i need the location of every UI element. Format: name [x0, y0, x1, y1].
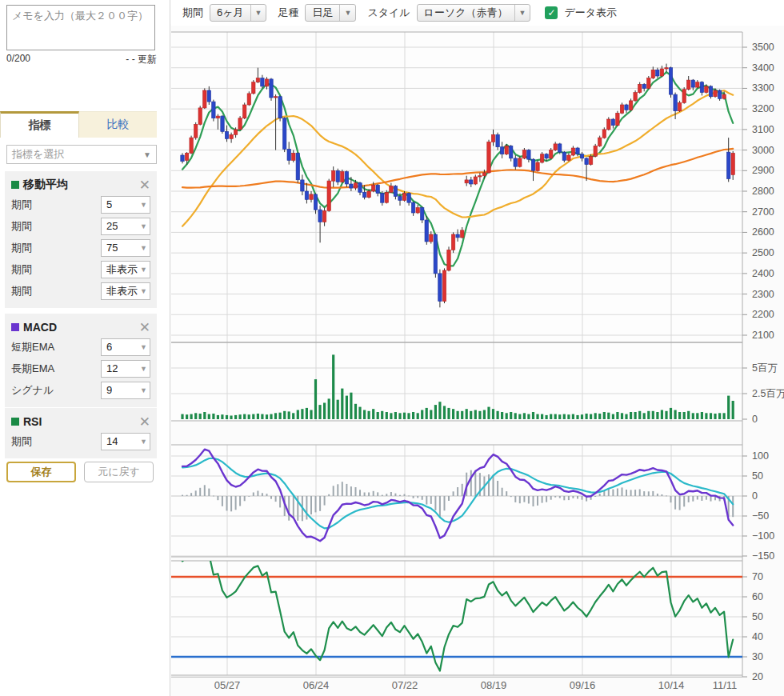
svg-text:20: 20	[752, 671, 763, 682]
tab-compare[interactable]: 比較	[79, 111, 157, 138]
chevron-down-icon: ▼	[140, 266, 147, 274]
rsi-row: 期間 14 ▼	[11, 430, 150, 452]
period-dropdown[interactable]: 6ヶ月 ▼	[210, 4, 266, 22]
macd-signal-select[interactable]: 9 ▼	[101, 382, 150, 399]
svg-text:2100: 2100	[752, 330, 774, 341]
svg-text:40: 40	[752, 631, 763, 642]
chevron-down-icon: ▼	[250, 5, 266, 21]
svg-text:2.5百万: 2.5百万	[752, 388, 784, 399]
row-label: シグナル	[11, 383, 54, 398]
app-root: 0/200 - - 更新 指標 比較 指標を選択 ▼ 移動平均 ✕ 期間 5 ▼	[0, 0, 784, 696]
ma-period-row: 期間 5 ▼	[11, 194, 150, 215]
select-value: 14	[106, 435, 118, 447]
chevron-down-icon: ▼	[140, 287, 147, 295]
ma-period-1-select[interactable]: 5 ▼	[101, 196, 150, 214]
reset-button[interactable]: 元に戻す	[84, 462, 154, 482]
svg-text:3400: 3400	[752, 62, 774, 74]
sidebar-buttons: 保存 元に戻す	[6, 462, 157, 482]
ma-period-row: 期間 非表示 ▼	[11, 280, 150, 302]
macd-color-swatch	[11, 323, 19, 331]
style-label: スタイル	[367, 6, 410, 20]
candle-type-label: 足種	[278, 6, 298, 20]
svg-text:07/22: 07/22	[392, 679, 418, 691]
svg-text:2800: 2800	[752, 186, 774, 197]
macd-fast-select[interactable]: 6 ▼	[101, 338, 150, 356]
macd-row: 長期EMA 12 ▼	[11, 358, 150, 379]
close-icon[interactable]: ✕	[139, 178, 150, 192]
memo-char-counter: 0/200	[6, 53, 30, 64]
rsi-color-swatch	[11, 418, 19, 426]
sidebar: 0/200 - - 更新 指標 比較 指標を選択 ▼ 移動平均 ✕ 期間 5 ▼	[0, 0, 170, 696]
macd-row: 短期EMA 6 ▼	[11, 336, 150, 358]
svg-text:0: 0	[752, 414, 758, 425]
stock-chart-svg: 3500340033003200310030002900280027002600…	[170, 0, 784, 696]
select-value: 非表示	[106, 262, 138, 277]
style-dropdown[interactable]: ローソク（赤青） ▼	[417, 4, 531, 22]
close-icon[interactable]: ✕	[139, 321, 150, 334]
ma-period-4-select[interactable]: 非表示 ▼	[101, 261, 150, 278]
indicator-select-dropdown[interactable]: 指標を選択 ▼	[6, 145, 157, 164]
data-display-checkbox[interactable]: ✓	[545, 6, 558, 19]
select-value: 6	[106, 341, 112, 353]
row-label: 期間	[11, 434, 32, 449]
chevron-down-icon: ▼	[140, 201, 147, 209]
memo-input[interactable]	[6, 5, 155, 50]
svg-text:50: 50	[752, 611, 763, 622]
svg-text:5百万: 5百万	[752, 362, 778, 374]
chevron-down-icon: ▼	[140, 386, 147, 394]
select-value: 12	[106, 362, 118, 374]
data-display-label: データ表示	[564, 6, 617, 20]
svg-text:10/14: 10/14	[658, 679, 685, 691]
macd-slow-select[interactable]: 12 ▼	[101, 360, 150, 378]
row-label: 長期EMA	[11, 362, 54, 376]
row-label: 期間	[11, 198, 32, 212]
chevron-down-icon: ▼	[140, 365, 147, 373]
svg-text:−50: −50	[752, 510, 769, 522]
row-label: 期間	[11, 284, 32, 298]
candle-type-dropdown[interactable]: 日足 ▼	[305, 4, 356, 22]
rsi-period-select[interactable]: 14 ▼	[101, 433, 150, 450]
svg-text:70: 70	[752, 571, 763, 582]
svg-text:2600: 2600	[752, 226, 774, 238]
svg-text:08/19: 08/19	[481, 679, 507, 691]
card-moving-average: 移動平均 ✕ 期間 5 ▼ 期間 25 ▼ 期間 75 ▼	[5, 171, 157, 308]
chart-area[interactable]: 3500340033003200310030002900280027002600…	[170, 0, 784, 696]
svg-text:60: 60	[752, 591, 763, 602]
ma-period-5-select[interactable]: 非表示 ▼	[101, 282, 150, 300]
svg-text:100: 100	[752, 450, 769, 462]
macd-row: シグナル 9 ▼	[11, 379, 150, 401]
close-icon[interactable]: ✕	[139, 415, 150, 429]
ma-period-2-select[interactable]: 25 ▼	[101, 218, 150, 235]
chevron-down-icon: ▼	[140, 343, 147, 351]
ma-period-3-select[interactable]: 75 ▼	[101, 239, 150, 257]
select-value: 75	[106, 242, 118, 254]
chevron-down-icon: ▼	[339, 5, 355, 21]
svg-text:11/11: 11/11	[713, 679, 738, 691]
chevron-down-icon: ▼	[140, 244, 147, 252]
memo-meta: 0/200 - - 更新	[6, 53, 157, 66]
ma-color-swatch	[11, 181, 19, 189]
period-label: 期間	[182, 6, 203, 20]
chevron-down-icon: ▼	[514, 5, 530, 21]
save-button[interactable]: 保存	[6, 462, 76, 482]
candle-type-value: 日足	[306, 5, 339, 21]
style-value: ローソク（赤青）	[418, 5, 514, 21]
svg-text:3100: 3100	[752, 124, 774, 135]
svg-text:3200: 3200	[752, 103, 774, 114]
tab-indicators[interactable]: 指標	[0, 111, 79, 138]
select-value: 25	[106, 220, 118, 232]
card-macd: MACD ✕ 短期EMA 6 ▼ 長期EMA 12 ▼ シグナル 9 ▼	[5, 314, 157, 407]
svg-text:50: 50	[752, 470, 763, 482]
svg-text:30: 30	[752, 651, 763, 662]
row-label: 期間	[11, 262, 32, 277]
ma-period-row: 期間 25 ▼	[11, 215, 150, 237]
svg-text:−150: −150	[752, 550, 774, 562]
rsi-card-title: RSI	[23, 415, 42, 428]
chart-toolbar: 期間 6ヶ月 ▼ 足種 日足 ▼ スタイル ローソク（赤青） ▼ ✓ データ表示	[171, 0, 784, 26]
period-value: 6ヶ月	[210, 5, 250, 21]
row-label: 期間	[11, 219, 32, 234]
row-label: 期間	[11, 241, 32, 255]
svg-text:0: 0	[752, 490, 758, 502]
memo-update-label: - - 更新	[126, 53, 157, 66]
chevron-down-icon: ▼	[140, 438, 147, 446]
